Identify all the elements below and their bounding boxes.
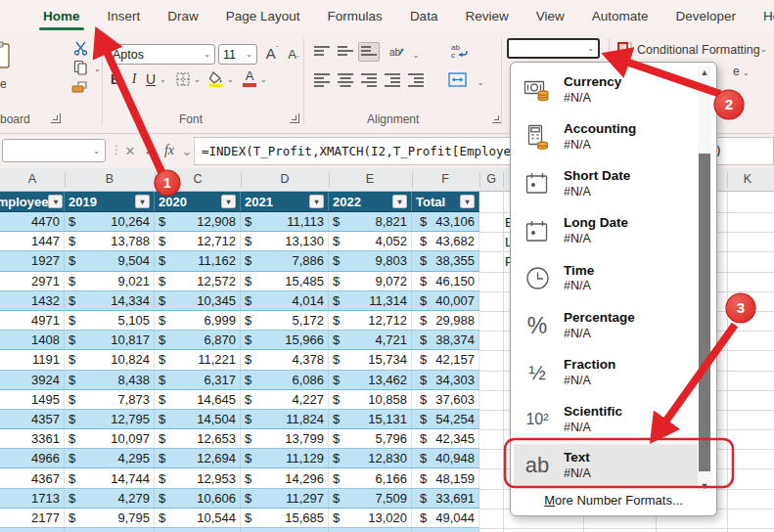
amount-cell[interactable]: $12,572 bbox=[155, 272, 241, 290]
table-row[interactable]: 3361$10,097$12,653$13,799$5,796$42,345 bbox=[0, 429, 479, 449]
amount-cell[interactable]: $10,544 bbox=[155, 509, 241, 527]
underline-chevron-icon[interactable]: ⌄ bbox=[159, 75, 166, 84]
table-row[interactable]: 1408$10,817$6,870$15,966$4,721$38,374 bbox=[0, 331, 479, 350]
amount-cell[interactable]: $12,795 bbox=[65, 410, 155, 428]
tab-developer[interactable]: Developer bbox=[674, 0, 739, 32]
amount-cell[interactable]: $12,694 bbox=[155, 449, 241, 467]
insert-function-button[interactable]: fx bbox=[160, 139, 178, 162]
amount-cell[interactable]: $12,712 bbox=[155, 232, 241, 250]
amount-cell[interactable]: $4,721 bbox=[329, 331, 412, 349]
col-letter-c[interactable]: C bbox=[193, 172, 202, 186]
employee-id-cell[interactable]: 1495 bbox=[0, 390, 65, 409]
amount-cell[interactable]: $9,072 bbox=[329, 272, 412, 290]
employee-id-cell[interactable]: 3924 bbox=[0, 371, 65, 389]
align-bottom-icon[interactable] bbox=[358, 42, 380, 62]
table-row[interactable]: 4367$14,744$12,953$14,296$6,166$48,159 bbox=[0, 468, 479, 488]
amount-cell[interactable]: $7,873 bbox=[65, 390, 155, 409]
dropdown-item-scientific[interactable]: 10²Scientific#N/A bbox=[511, 396, 703, 443]
amount-cell[interactable]: $14,334 bbox=[65, 291, 155, 310]
merge-center-icon[interactable] bbox=[446, 69, 468, 89]
employee-id-cell[interactable]: 1927 bbox=[0, 251, 65, 270]
more-number-formats-button[interactable]: More Number Formats... bbox=[511, 493, 716, 508]
name-box[interactable]: ⌄ bbox=[2, 139, 106, 162]
fill-color-icon[interactable] bbox=[207, 69, 225, 87]
dropdown-item-short-date[interactable]: Short Date#N/A bbox=[511, 160, 703, 207]
tab-help[interactable]: Help bbox=[761, 0, 774, 32]
scroll-up-icon[interactable]: ▲ bbox=[698, 66, 711, 79]
borders-icon[interactable] bbox=[174, 71, 192, 87]
amount-cell[interactable]: $11,129 bbox=[241, 449, 329, 467]
amount-cell[interactable]: $40,948 bbox=[412, 449, 479, 467]
amount-cell[interactable]: $38,355 bbox=[412, 251, 479, 270]
amount-cell[interactable]: $14,504 bbox=[155, 410, 241, 428]
table-row[interactable]: 4357$12,795$14,504$11,824$15,131$54,254 bbox=[0, 410, 479, 429]
employee-id-cell[interactable]: 4971 bbox=[0, 311, 65, 330]
wrap-text-icon[interactable]: abc bbox=[448, 40, 470, 60]
grow-font-button[interactable]: Aˆ bbox=[261, 42, 283, 64]
col-letter-f[interactable]: F bbox=[441, 172, 449, 186]
amount-cell[interactable]: $37,603 bbox=[412, 390, 479, 409]
amount-cell[interactable]: $8,821 bbox=[329, 212, 412, 231]
employee-id-cell[interactable]: 1919 bbox=[0, 528, 65, 532]
tab-formulas[interactable]: Formulas bbox=[326, 0, 385, 32]
copy-icon[interactable] bbox=[70, 59, 90, 76]
font-size-combobox[interactable]: 11 ⌄ bbox=[218, 44, 257, 65]
col-letter-b[interactable]: B bbox=[106, 172, 114, 186]
table-row[interactable]: 1495$7,873$14,645$4,227$10,858$37,603 bbox=[0, 390, 479, 410]
employee-id-cell[interactable]: 4367 bbox=[0, 468, 65, 487]
amount-cell[interactable]: $5,172 bbox=[241, 311, 329, 330]
amount-cell[interactable]: $43,682 bbox=[412, 232, 479, 250]
font-dialog-launcher-icon[interactable] bbox=[290, 113, 299, 123]
amount-cell[interactable]: $6,086 bbox=[241, 371, 329, 389]
cut-icon[interactable] bbox=[70, 40, 90, 56]
col-letter-d[interactable]: D bbox=[280, 172, 289, 186]
table-row[interactable]: 4971$5,105$6,999$5,172$12,712$29,988 bbox=[0, 311, 479, 331]
col-letter-e[interactable]: E bbox=[366, 172, 374, 186]
bold-button[interactable]: B bbox=[108, 69, 123, 89]
employee-id-cell[interactable]: 1432 bbox=[0, 291, 65, 310]
cancel-button[interactable]: ✕ bbox=[121, 139, 139, 162]
tab-home[interactable]: Home bbox=[41, 0, 82, 32]
dropdown-item-percentage[interactable]: %Percentage#N/A bbox=[511, 302, 703, 349]
amount-cell[interactable]: $12,953 bbox=[155, 468, 241, 487]
italic-button[interactable]: I bbox=[127, 69, 141, 89]
filter-button[interactable]: ▾ bbox=[221, 195, 236, 208]
align-center-icon[interactable] bbox=[335, 69, 356, 89]
dropdown-item-long-date[interactable]: Long Date#N/A bbox=[511, 208, 703, 255]
amount-cell[interactable]: $54,254 bbox=[412, 410, 479, 428]
dropdown-item-text[interactable]: abText#N/A bbox=[514, 444, 700, 488]
amount-cell[interactable]: $13,788 bbox=[65, 232, 155, 250]
amount-cell[interactable]: $9,795 bbox=[65, 509, 155, 527]
orientation-icon[interactable]: ab bbox=[386, 42, 407, 62]
amount-cell[interactable]: $11,824 bbox=[241, 410, 329, 428]
conditional-formatting-icon[interactable] bbox=[616, 41, 633, 57]
table-row[interactable]: 4966$4,295$12,694$11,129$12,830$40,948 bbox=[0, 449, 479, 468]
amount-cell[interactable]: $42,345 bbox=[412, 429, 479, 448]
enter-button[interactable]: ✓ bbox=[141, 139, 159, 162]
borders-chevron-icon[interactable]: ⌄ bbox=[194, 75, 201, 84]
employee-id-cell[interactable]: 4470 bbox=[0, 212, 65, 231]
clipboard-dialog-launcher-icon[interactable] bbox=[51, 113, 61, 123]
amount-cell[interactable]: $11,314 bbox=[329, 291, 412, 310]
amount-cell[interactable]: $48,159 bbox=[412, 468, 479, 487]
amount-cell[interactable]: $11,297 bbox=[241, 489, 329, 508]
amount-cell[interactable]: $9,592 bbox=[329, 528, 412, 532]
amount-cell[interactable]: $15,131 bbox=[329, 410, 412, 428]
increase-indent-icon[interactable] bbox=[405, 69, 427, 89]
amount-cell[interactable]: $38,374 bbox=[412, 331, 479, 349]
amount-cell[interactable]: $12,830 bbox=[329, 449, 412, 467]
amount-cell[interactable]: $10,345 bbox=[155, 291, 241, 310]
amount-cell[interactable]: $15,734 bbox=[329, 350, 412, 369]
amount-cell[interactable]: $11,221 bbox=[155, 350, 241, 369]
format-painter-icon[interactable] bbox=[69, 78, 89, 96]
align-top-icon[interactable] bbox=[311, 42, 333, 62]
amount-cell[interactable]: $13,799 bbox=[241, 429, 329, 448]
amount-cell[interactable]: $6,870 bbox=[155, 331, 241, 349]
amount-cell[interactable]: $33,691 bbox=[412, 489, 479, 508]
tab-automate[interactable]: Automate bbox=[590, 0, 651, 32]
amount-cell[interactable]: $11,113 bbox=[241, 212, 329, 231]
employee-id-cell[interactable]: 2971 bbox=[0, 272, 65, 290]
amount-cell[interactable]: $10,606 bbox=[155, 489, 241, 508]
amount-cell[interactable]: $5,105 bbox=[65, 311, 155, 330]
filter-button[interactable]: ▾ bbox=[309, 195, 324, 208]
